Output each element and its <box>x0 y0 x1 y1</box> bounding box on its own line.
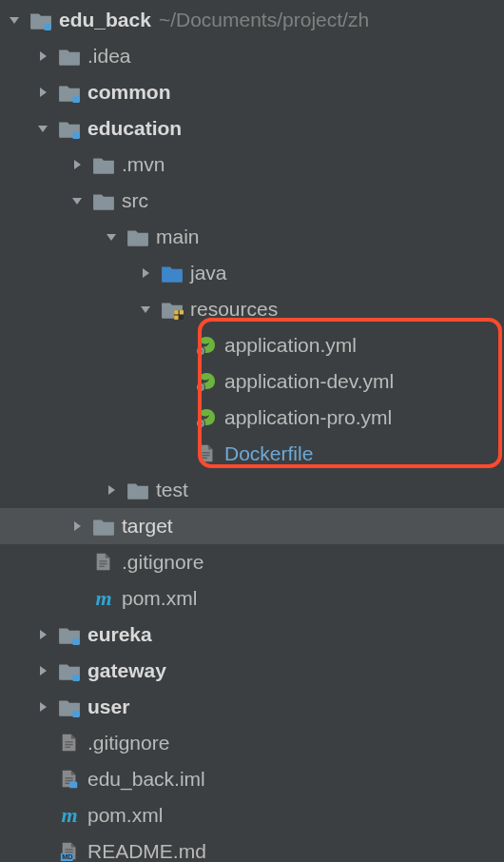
item-label: user <box>87 695 129 718</box>
tree-row-application-yml[interactable]: application.yml <box>0 327 504 363</box>
chevron-down-icon[interactable] <box>6 11 23 29</box>
source-folder-icon <box>160 261 184 285</box>
folder-icon <box>91 152 116 177</box>
tree-row-resources[interactable]: resources <box>0 291 504 327</box>
item-label: application.yml <box>224 334 357 357</box>
chevron-down-icon[interactable] <box>103 228 120 245</box>
item-label: pom.xml <box>122 587 197 610</box>
chevron-down-icon[interactable] <box>34 120 51 137</box>
chevron-right-icon[interactable] <box>34 662 51 679</box>
tree-row-test[interactable]: test <box>0 472 504 508</box>
item-label: src <box>122 189 148 212</box>
chevron-right-icon[interactable] <box>137 264 154 282</box>
tree-row-root[interactable]: edu_back ~/Documents/project/zh <box>0 2 504 38</box>
tree-row-target[interactable]: target <box>0 508 504 544</box>
chevron-right-icon[interactable] <box>103 481 120 499</box>
item-label: gateway <box>87 659 166 682</box>
folder-icon <box>126 225 150 249</box>
chevron-right-icon[interactable] <box>34 84 51 101</box>
module-folder-icon <box>29 8 53 32</box>
item-label: eureka <box>87 623 152 646</box>
chevron-right-icon[interactable] <box>68 156 86 173</box>
root-name: edu_back <box>59 9 151 31</box>
chevron-right-icon[interactable] <box>68 518 86 535</box>
chevron-down-icon[interactable] <box>68 192 86 209</box>
file-icon <box>57 767 82 792</box>
tree-row-java[interactable]: java <box>0 255 504 291</box>
root-path: ~/Documents/project/zh <box>159 9 369 31</box>
tree-row-iml[interactable]: edu_back.iml <box>0 761 504 797</box>
tree-row-src[interactable]: src <box>0 183 504 219</box>
tree-row-idea[interactable]: .idea <box>0 38 504 74</box>
tree-row-common[interactable]: common <box>0 74 504 110</box>
tree-row-eureka[interactable]: eureka <box>0 617 504 653</box>
item-label: test <box>156 479 188 501</box>
tree-row-pom-education[interactable]: m pom.xml <box>0 580 504 617</box>
chevron-down-icon[interactable] <box>137 301 154 318</box>
tree-row-gitignore-root[interactable]: .gitignore <box>0 725 504 761</box>
module-folder-icon <box>57 116 82 141</box>
module-folder-icon <box>57 80 82 105</box>
tree-row-application-dev-yml[interactable]: application-dev.yml <box>0 363 504 400</box>
item-label: .idea <box>87 45 131 68</box>
item-label: .gitignore <box>122 551 204 574</box>
tree-row-main[interactable]: main <box>0 219 504 255</box>
file-icon <box>57 731 82 755</box>
item-label: Dockerfile <box>224 442 313 465</box>
file-icon <box>194 441 219 466</box>
tree-row-pom-root[interactable]: m pom.xml <box>0 797 504 833</box>
resources-folder-icon <box>160 297 184 322</box>
maven-icon: m <box>57 803 82 828</box>
item-label: resources <box>190 298 278 321</box>
item-label: target <box>122 515 173 538</box>
spring-config-icon <box>194 405 219 430</box>
item-label: edu_back.iml <box>87 768 205 791</box>
markdown-file-icon <box>57 839 82 862</box>
folder-icon <box>126 478 150 502</box>
tree-row-gateway[interactable]: gateway <box>0 653 504 689</box>
excluded-folder-icon <box>91 514 116 539</box>
spring-config-icon <box>194 369 219 394</box>
tree-row-dockerfile[interactable]: Dockerfile <box>0 436 504 472</box>
svg-rect-15 <box>69 782 77 788</box>
module-folder-icon <box>57 695 82 719</box>
item-label: README.md <box>87 840 206 862</box>
project-tree: edu_back ~/Documents/project/zh .idea co… <box>0 0 504 862</box>
file-icon <box>91 550 116 575</box>
item-label: .mvn <box>122 153 165 176</box>
tree-row-education[interactable]: education <box>0 110 504 147</box>
folder-icon <box>91 188 116 213</box>
tree-row-mvn[interactable]: .mvn <box>0 147 504 183</box>
chevron-right-icon[interactable] <box>34 48 51 65</box>
item-label: application-dev.yml <box>224 370 394 393</box>
spring-config-icon <box>194 333 219 358</box>
item-label: .gitignore <box>87 732 169 754</box>
item-label: education <box>87 117 182 140</box>
item-label: java <box>190 262 227 284</box>
item-label: main <box>156 225 200 248</box>
tree-row-application-pro-yml[interactable]: application-pro.yml <box>0 400 504 436</box>
chevron-right-icon[interactable] <box>34 698 51 715</box>
item-label: common <box>87 81 171 104</box>
module-folder-icon <box>57 658 82 683</box>
item-label: application-pro.yml <box>224 406 392 429</box>
module-folder-icon <box>57 622 82 647</box>
tree-row-readme[interactable]: README.md <box>0 833 504 862</box>
folder-icon <box>57 44 82 69</box>
maven-icon: m <box>91 586 116 611</box>
tree-row-user[interactable]: user <box>0 689 504 725</box>
item-label: pom.xml <box>87 804 163 827</box>
chevron-right-icon[interactable] <box>34 626 51 643</box>
tree-row-gitignore-education[interactable]: .gitignore <box>0 544 504 580</box>
